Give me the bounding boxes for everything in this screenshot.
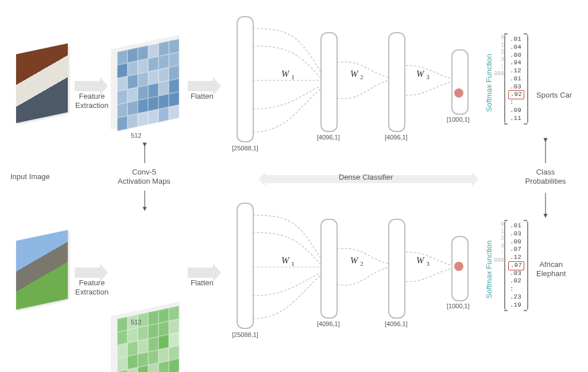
dim-h1-top: [4096,1] (317, 134, 340, 141)
dense-out-top (451, 49, 469, 115)
label-feature-extraction-top: Feature Extraction (72, 92, 112, 110)
label-flatten-top: Flatten (191, 92, 214, 101)
input-image-top (16, 43, 68, 123)
label-input-image: Input Image (10, 172, 50, 181)
arrow-conv5 (141, 142, 148, 211)
dense-h2-top (388, 32, 405, 132)
activation-map-top (117, 38, 180, 131)
w2-top: W 2 (350, 69, 363, 80)
dim-flat-bottom: [25088,1] (232, 331, 258, 338)
out-neuron-top (454, 88, 463, 98)
w3-top: W 3 (416, 69, 430, 80)
w3-bottom: W 3 (416, 255, 430, 267)
w1-bottom: W 1 (281, 255, 295, 267)
output-vector-bottom: 0123 :999 .01.03.00.07.12.97.03.02:.23.1… (492, 221, 528, 310)
label-dense-classifier: Dense Classifier (339, 173, 393, 182)
arrow-class-probs (542, 138, 549, 218)
label-feature-extraction-bottom: Feature Extraction (72, 278, 112, 296)
output-vector-top: 0123 : 999 .01.04.00.94.12.01.03.92:.09.… (492, 34, 528, 123)
dense-h1-top (320, 32, 338, 132)
label-512-bottom: 512 (131, 319, 141, 326)
dense-h1-bottom (320, 219, 338, 319)
dim-out-bottom: [1000,1] (447, 303, 470, 309)
activation-map-bottom (117, 305, 180, 372)
dim-h1-bottom: [4096,1] (317, 320, 340, 327)
dim-h2-top: [4096,1] (385, 134, 408, 141)
dense-h2-bottom (388, 219, 405, 319)
out-neuron-bottom (454, 262, 463, 271)
dim-out-top: [1000,1] (447, 116, 470, 123)
dim-h2-bottom: [4096,1] (385, 320, 408, 327)
label-flatten-bottom: Flatten (191, 278, 214, 288)
w1-top: W 1 (281, 69, 295, 80)
label-512-top: 512 (131, 132, 141, 139)
dim-flat-top: [25088,1] (232, 145, 258, 152)
input-image-bottom (16, 230, 68, 309)
label-class-bottom: African Elephant (536, 260, 566, 278)
label-class-top: Sports Car (536, 91, 572, 100)
w2-bottom: W 2 (350, 255, 363, 267)
